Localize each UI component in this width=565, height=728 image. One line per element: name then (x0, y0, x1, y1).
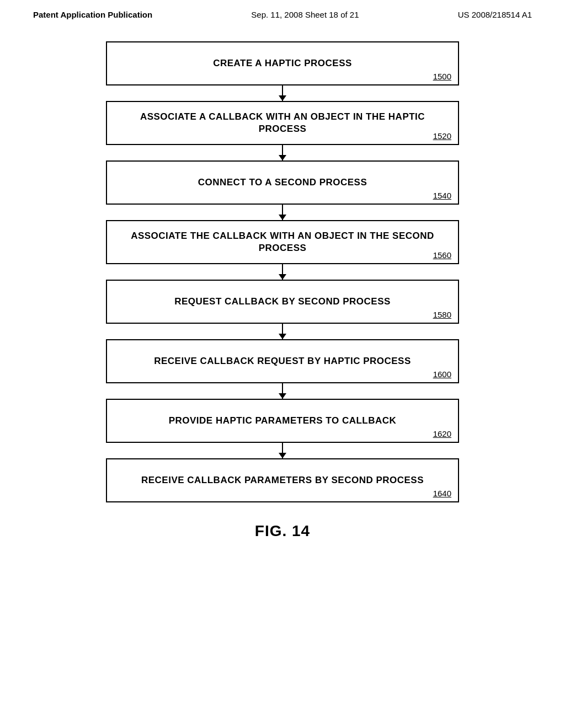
arrow-4 (282, 264, 283, 280)
flow-box-1600-label: RECEIVE CALLBACK REQUEST BY HAPTIC PROCE… (154, 356, 411, 366)
flow-box-1540-id: 1540 (433, 191, 451, 200)
flow-box-1540-label: CONNECT TO A SECOND PROCESS (198, 177, 367, 188)
flow-box-1560-id: 1560 (433, 250, 451, 260)
arrow-5 (282, 324, 283, 339)
flow-box-1580-label: REQUEST CALLBACK BY SECOND PROCESS (174, 296, 391, 307)
figure-label: FIG. 14 (255, 522, 310, 540)
arrow-2 (282, 145, 283, 160)
flow-box-1500-id: 1500 (433, 72, 451, 81)
flow-box-1600-id: 1600 (433, 370, 451, 379)
flow-box-1600: RECEIVE CALLBACK REQUEST BY HAPTIC PROCE… (106, 339, 459, 383)
diagram-area: CREATE A HAPTIC PROCESS 1500 ASSOCIATE A… (0, 25, 565, 540)
flow-box-1580-id: 1580 (433, 310, 451, 319)
arrow-6 (282, 383, 283, 399)
page-header: Patent Application Publication Sep. 11, … (0, 0, 565, 25)
flow-box-1500-label: CREATE A HAPTIC PROCESS (213, 58, 352, 68)
flow-box-1540: CONNECT TO A SECOND PROCESS 1540 (106, 160, 459, 205)
header-publication-label: Patent Application Publication (33, 10, 152, 19)
flow-box-1560: ASSOCIATE THE CALLBACK WITH AN OBJECT IN… (106, 220, 459, 264)
arrow-3 (282, 205, 283, 220)
arrow-7 (282, 443, 283, 458)
arrow-1 (282, 85, 283, 101)
flow-box-1620: PROVIDE HAPTIC PARAMETERS TO CALLBACK 16… (106, 399, 459, 443)
flow-box-1520-label: ASSOCIATE A CALLBACK WITH AN OBJECT IN T… (140, 111, 425, 134)
header-date-sheet: Sep. 11, 2008 Sheet 18 of 21 (251, 10, 359, 19)
flow-box-1620-label: PROVIDE HAPTIC PARAMETERS TO CALLBACK (169, 415, 397, 426)
flow-box-1640-id: 1640 (433, 489, 451, 498)
flow-box-1560-label: ASSOCIATE THE CALLBACK WITH AN OBJECT IN… (131, 231, 434, 253)
header-patent-number: US 2008/218514 A1 (458, 10, 532, 19)
flow-box-1640-label: RECEIVE CALLBACK PARAMETERS BY SECOND PR… (141, 475, 424, 485)
flow-box-1620-id: 1620 (433, 429, 451, 438)
flowchart: CREATE A HAPTIC PROCESS 1500 ASSOCIATE A… (95, 41, 470, 502)
flow-box-1580: REQUEST CALLBACK BY SECOND PROCESS 1580 (106, 280, 459, 324)
flow-box-1520-id: 1520 (433, 131, 451, 141)
flow-box-1640: RECEIVE CALLBACK PARAMETERS BY SECOND PR… (106, 458, 459, 502)
flow-box-1520: ASSOCIATE A CALLBACK WITH AN OBJECT IN T… (106, 101, 459, 145)
flow-box-1500: CREATE A HAPTIC PROCESS 1500 (106, 41, 459, 85)
